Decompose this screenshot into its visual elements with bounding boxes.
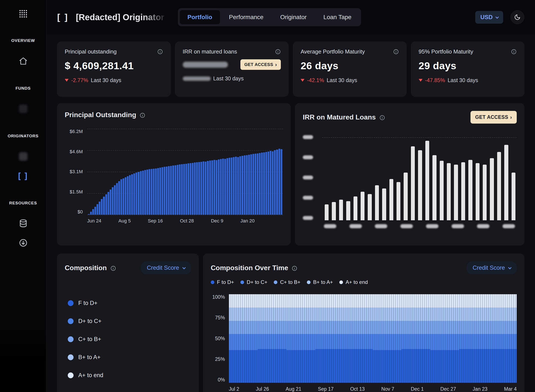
legend-item[interactable]: B+ to A+ (307, 279, 333, 285)
info-icon[interactable] (110, 265, 116, 271)
axis-tick: $0 (78, 209, 83, 215)
bar (259, 153, 261, 215)
app-logo[interactable] (17, 7, 30, 20)
stat-delta: -47.85% (425, 77, 445, 83)
delta-down-icon (419, 79, 422, 82)
tab-loan-tape[interactable]: Loan Tape (316, 10, 359, 24)
credit-score-selector[interactable]: Credit Score (467, 261, 517, 275)
composition-legend: F to D+ D+ to C+ C+ to B+ B+ to A+ (65, 300, 191, 379)
stack-segment (373, 294, 402, 308)
bar (108, 192, 109, 215)
page-header: [ ] [Redacted] Originator Portfolio Perf… (47, 0, 535, 34)
legend-dot (68, 300, 74, 306)
axis-tick: Dec 9 (211, 218, 223, 224)
info-icon[interactable] (275, 49, 281, 55)
info-icon[interactable] (157, 49, 163, 55)
principal-y-ticks: $6.2M$4.6M$3.1M$1.5M$0 (65, 129, 87, 215)
info-icon[interactable] (140, 112, 145, 118)
bar (368, 194, 371, 220)
axis-tick: Aug 5 (118, 218, 131, 224)
panel-title: Composition Over Time (211, 264, 288, 272)
ct-columns (229, 294, 517, 383)
currency-selector[interactable]: USD (475, 11, 503, 24)
stack-segment (401, 334, 430, 349)
blurred-axis-label (451, 224, 464, 228)
stack-column (430, 294, 459, 383)
sidebar-item-data[interactable] (16, 217, 30, 230)
bar (211, 160, 213, 215)
stack-segment (286, 294, 315, 308)
bar (172, 165, 174, 215)
info-icon[interactable] (291, 265, 297, 271)
legend-item[interactable]: F to D+ (211, 279, 234, 285)
delta-down-icon (301, 79, 305, 82)
panel-title: Composition (65, 264, 107, 272)
moon-icon (514, 14, 521, 20)
bar (270, 151, 271, 215)
bar (127, 176, 129, 215)
legend-dot (240, 280, 244, 284)
sidebar-item-originator-1[interactable] (16, 149, 30, 163)
stack-segment (401, 294, 430, 308)
bar (101, 199, 103, 215)
axis-tick: 0% (218, 377, 225, 383)
chevron-down-icon (508, 266, 512, 269)
legend-item[interactable]: C+ to B+ (68, 336, 191, 343)
legend-item[interactable]: A+ to end (68, 372, 191, 379)
theme-toggle-button[interactable] (511, 10, 524, 24)
bar (276, 149, 278, 215)
axis-tick: Nov 7 (381, 386, 394, 392)
composition-over-time-panel: Composition Over Time Credit Score F to … (203, 254, 524, 392)
legend-item[interactable]: D+ to C+ (68, 318, 191, 325)
legend-item[interactable]: D+ to C+ (240, 279, 267, 285)
bar (246, 155, 248, 215)
sidebar-section-overview: OVERVIEW (11, 38, 35, 43)
legend-item[interactable]: A+ to end (339, 279, 368, 285)
sidebar-item-downloads[interactable] (16, 236, 30, 250)
redacted-originator-icon (19, 152, 28, 161)
stack-segment (315, 294, 344, 308)
bar (222, 159, 224, 215)
credit-score-selector[interactable]: Credit Score (141, 261, 191, 275)
sidebar-item-home[interactable] (16, 54, 30, 68)
bar (140, 171, 142, 215)
info-icon[interactable] (379, 114, 385, 120)
bar (214, 160, 215, 215)
tab-performance[interactable]: Performance (221, 10, 271, 24)
legend-item[interactable]: C+ to B+ (274, 279, 300, 285)
stack-segment (488, 308, 517, 321)
hidden-value-pill (183, 62, 228, 68)
get-access-button[interactable]: GET ACCESS › (470, 111, 517, 124)
sidebar-item-fund[interactable] (16, 102, 30, 116)
brackets-icon: [ ] (18, 171, 28, 180)
bar (131, 174, 133, 215)
bar (105, 194, 107, 215)
irr-bars (325, 141, 516, 220)
bar (239, 156, 241, 215)
database-icon (19, 219, 28, 228)
ct-x-ticks: Jul 2Jul 26Aug 21Sep 17Oct 13Nov 7Dec 1D… (229, 386, 517, 392)
get-access-button[interactable]: GET ACCESS › (240, 59, 281, 70)
sidebar-item-originator-active[interactable]: [ ] (16, 169, 30, 183)
legend-item[interactable]: F to D+ (68, 300, 191, 307)
stack-segment (286, 321, 315, 334)
blurred-axis-label (303, 135, 313, 139)
bar (272, 151, 273, 215)
stat-value: 29 days (419, 60, 517, 72)
info-icon[interactable] (511, 49, 517, 55)
info-icon[interactable] (393, 49, 399, 55)
legend-label: A+ to end (78, 372, 103, 379)
bar (404, 173, 408, 220)
composition-panel: Composition Credit Score F to D+ (57, 254, 198, 392)
redacted-fund-icon (19, 104, 28, 113)
stat-value: $ 4,609,281.41 (65, 60, 163, 72)
legend-dot (68, 318, 74, 324)
bar (512, 173, 516, 220)
hidden-delta-pill (183, 76, 211, 81)
legend-label: D+ to C+ (78, 318, 102, 325)
tab-originator[interactable]: Originator (272, 10, 314, 24)
panel-title: Principal Outstanding (65, 111, 136, 119)
tab-portfolio[interactable]: Portfolio (180, 10, 220, 24)
bar (353, 196, 357, 220)
legend-item[interactable]: B+ to A+ (68, 354, 191, 361)
